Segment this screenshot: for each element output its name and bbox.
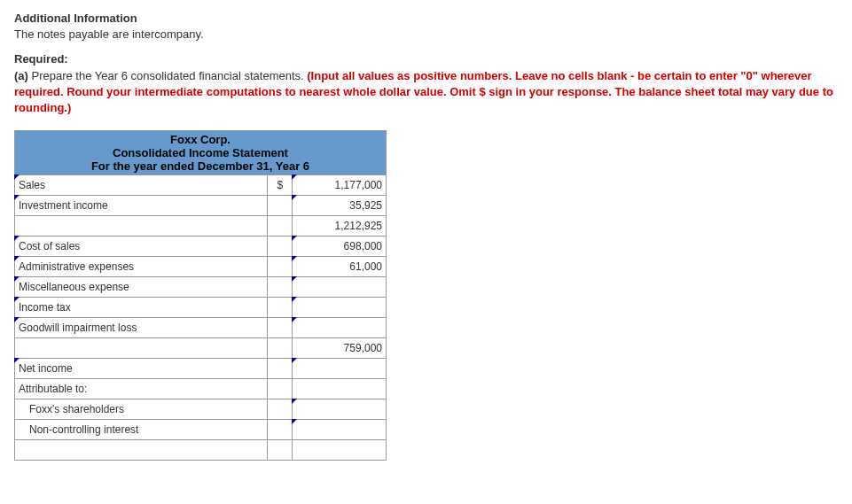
additional-info-body: The notes payable are intercompany.	[14, 27, 838, 43]
label-attributable-to: Attributable to:	[19, 383, 87, 395]
input-admin-expenses[interactable]: 61,000	[349, 260, 382, 273]
statement-period: For the year ended December 31, Year 6	[17, 159, 384, 173]
row-misc-expense: Miscellaneous expense	[15, 277, 387, 298]
label-goodwill-impairment[interactable]: Goodwill impairment loss	[19, 322, 137, 334]
row-subtotal-expenses: 759,000	[15, 338, 387, 359]
label-investment-income[interactable]: Investment income	[19, 199, 108, 212]
label-income-tax[interactable]: Income tax	[19, 301, 71, 314]
row-blank-end	[15, 440, 387, 461]
row-attributable-to: Attributable to:	[15, 379, 387, 399]
income-statement-table: Foxx Corp. Consolidated Income Statement…	[14, 130, 387, 461]
required-heading: Required:	[14, 52, 68, 66]
label-cost-of-sales[interactable]: Cost of sales	[19, 240, 80, 252]
table-header: Foxx Corp. Consolidated Income Statement…	[15, 131, 387, 175]
value-subtotal-expenses: 759,000	[344, 342, 382, 354]
label-non-controlling-interest: Non-controlling interest	[29, 423, 138, 436]
row-investment-income: Investment income 35,925	[15, 196, 387, 216]
company-name: Foxx Corp.	[17, 133, 384, 146]
label-misc-expense[interactable]: Miscellaneous expense	[19, 281, 129, 293]
row-non-controlling-interest: Non-controlling interest	[15, 420, 387, 440]
label-sales[interactable]: Sales	[19, 179, 45, 191]
item-a-label: (a)	[14, 69, 28, 82]
row-sales: Sales $ 1,177,000	[15, 175, 387, 196]
item-a-text: Prepare the Year 6 consolidated financia…	[28, 69, 307, 82]
value-subtotal-revenue: 1,212,925	[335, 220, 382, 232]
row-cost-of-sales: Cost of sales 698,000	[15, 236, 387, 257]
input-investment-income[interactable]: 35,925	[349, 199, 382, 212]
problem-text: Additional Information The notes payable…	[14, 11, 838, 116]
row-subtotal-revenue: 1,212,925	[15, 216, 387, 236]
input-cost-of-sales[interactable]: 698,000	[344, 240, 382, 252]
input-sales[interactable]: 1,177,000	[335, 179, 382, 191]
statement-title: Consolidated Income Statement	[17, 146, 384, 159]
dollar-sign: $	[268, 175, 293, 196]
row-goodwill-impairment: Goodwill impairment loss	[15, 318, 387, 338]
row-foxx-shareholders: Foxx's shareholders	[15, 399, 387, 420]
row-income-tax: Income tax	[15, 298, 387, 318]
additional-info-heading: Additional Information	[14, 12, 137, 25]
row-admin-expenses: Administrative expenses 61,000	[15, 257, 387, 277]
row-net-income: Net income	[15, 359, 387, 379]
label-admin-expenses[interactable]: Administrative expenses	[19, 260, 134, 273]
label-net-income[interactable]: Net income	[19, 362, 73, 375]
label-foxx-shareholders: Foxx's shareholders	[29, 403, 124, 415]
